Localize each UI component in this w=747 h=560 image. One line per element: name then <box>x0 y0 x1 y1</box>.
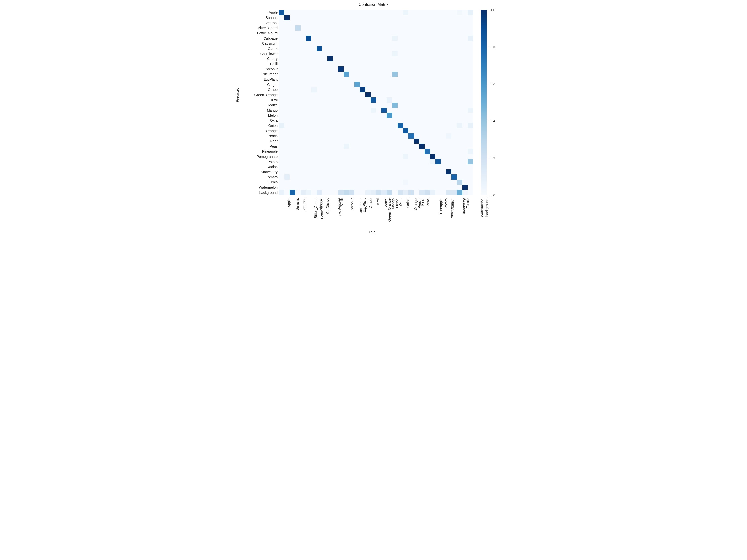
heatmap-cell <box>360 97 365 103</box>
heatmap-cell <box>457 15 462 20</box>
heatmap-cell <box>295 92 301 98</box>
heatmap-cell <box>392 175 398 180</box>
heatmap-cell <box>424 77 430 82</box>
heatmap-cell <box>301 97 306 103</box>
heatmap-cell <box>403 149 408 154</box>
heatmap-cell <box>311 77 317 82</box>
y-tick-label: Bottle_Gourd <box>257 31 278 35</box>
heatmap-cell <box>446 35 452 41</box>
heatmap-cell <box>457 180 462 185</box>
heatmap-cell <box>338 35 344 41</box>
heatmap-cell <box>398 154 403 159</box>
heatmap-cell <box>279 25 284 31</box>
heatmap-cell <box>322 77 328 82</box>
heatmap-cell <box>306 92 311 98</box>
heatmap-cell <box>457 72 462 77</box>
heatmap-cell <box>317 20 322 25</box>
heatmap-row <box>279 87 473 92</box>
heatmap-cell <box>398 108 403 113</box>
heatmap-cell <box>295 139 301 144</box>
heatmap-cell <box>354 25 360 31</box>
heatmap-cell <box>322 56 328 61</box>
heatmap-cell <box>338 87 344 92</box>
heatmap-cell <box>322 133 328 139</box>
heatmap-cell <box>354 190 360 195</box>
x-tick-label: Pineapple <box>439 198 443 214</box>
heatmap-row <box>279 133 473 139</box>
heatmap-cell <box>311 180 317 185</box>
heatmap-cell <box>322 159 328 164</box>
heatmap-cell <box>446 164 452 169</box>
heatmap-cell <box>392 87 398 92</box>
heatmap-cell <box>435 31 441 36</box>
heatmap-cell <box>301 175 306 180</box>
heatmap-cell <box>284 56 290 61</box>
heatmap-cell <box>349 185 355 190</box>
heatmap-cell <box>317 190 322 195</box>
heatmap-cell <box>452 143 457 149</box>
heatmap-cell <box>376 15 382 20</box>
y-tick-label: Onion <box>268 124 278 128</box>
heatmap-row <box>279 61 473 67</box>
heatmap-cell <box>387 15 392 20</box>
heatmap-cell <box>392 46 398 51</box>
heatmap-cell <box>322 25 328 31</box>
colorbar-tick-label: 1.0 <box>491 8 495 12</box>
heatmap-cell <box>301 56 306 61</box>
heatmap-cell <box>338 82 344 87</box>
heatmap-cell <box>290 72 295 77</box>
heatmap-cell <box>424 56 430 61</box>
heatmap-cell <box>322 169 328 175</box>
heatmap-cell <box>376 123 382 128</box>
heatmap-cell <box>462 31 468 36</box>
heatmap-cell <box>344 61 349 67</box>
heatmap-cell <box>441 15 446 20</box>
heatmap-cell <box>349 149 355 154</box>
heatmap-cell <box>419 66 424 72</box>
heatmap-cell <box>301 154 306 159</box>
heatmap-cell <box>344 190 349 195</box>
heatmap-cell <box>398 118 403 123</box>
heatmap-cell <box>424 169 430 175</box>
y-tick-label: Green_Orange <box>255 93 278 97</box>
heatmap-cell <box>403 51 408 56</box>
heatmap-cell <box>295 97 301 103</box>
heatmap-cell <box>435 175 441 180</box>
heatmap-cell <box>387 180 392 185</box>
heatmap-cell <box>365 108 371 113</box>
heatmap-cell <box>435 25 441 31</box>
heatmap-cell <box>295 56 301 61</box>
heatmap-row <box>279 180 473 185</box>
heatmap-cell <box>376 51 382 56</box>
heatmap-cell <box>328 25 333 31</box>
heatmap-cell <box>344 113 349 118</box>
heatmap-cell <box>311 61 317 67</box>
heatmap-cell <box>284 143 290 149</box>
heatmap-cell <box>424 97 430 103</box>
heatmap-cell <box>328 61 333 67</box>
y-tick-label: Radish <box>267 165 278 168</box>
heatmap-cell <box>338 175 344 180</box>
heatmap-cell <box>419 82 424 87</box>
heatmap-cell <box>452 56 457 61</box>
heatmap-cell <box>284 128 290 133</box>
heatmap-cell <box>284 51 290 56</box>
heatmap-cell <box>365 190 371 195</box>
heatmap-cell <box>338 190 344 195</box>
x-tick-label: Turnip <box>466 198 469 208</box>
heatmap-cell <box>290 139 295 144</box>
heatmap-cell <box>382 175 387 180</box>
heatmap-cell <box>301 61 306 67</box>
heatmap-cell <box>408 61 414 67</box>
heatmap-cell <box>317 66 322 72</box>
heatmap-cell <box>387 128 392 133</box>
heatmap-cell <box>365 159 371 164</box>
y-tick-label: Okra <box>270 119 278 122</box>
heatmap-cell <box>365 139 371 144</box>
heatmap-cell <box>430 66 436 72</box>
y-tick-label: Banana <box>266 16 278 20</box>
colorbar-gradient <box>481 10 487 195</box>
heatmap-cell <box>301 35 306 41</box>
heatmap-cell <box>333 190 338 195</box>
heatmap-cell <box>295 164 301 169</box>
